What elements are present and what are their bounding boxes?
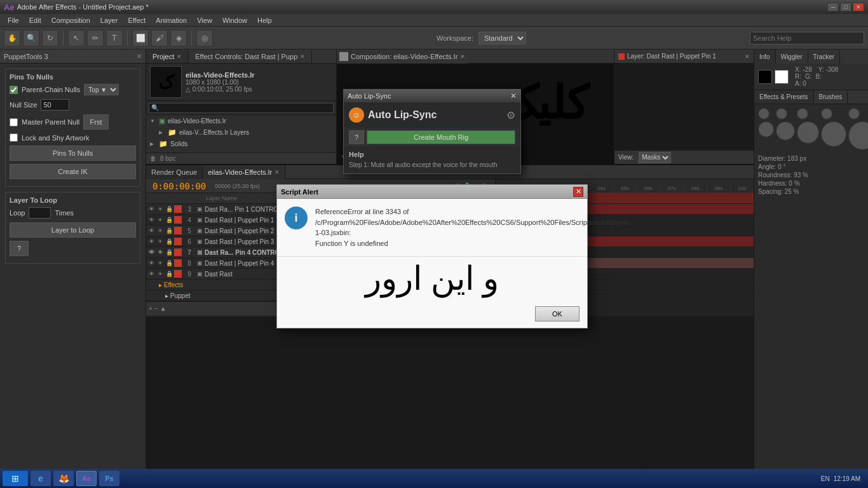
panel-close-btn[interactable]: ✕ (137, 53, 142, 60)
solo-icon-5[interactable]: ☀ (156, 227, 164, 234)
layer-name-9[interactable]: Dast Rast (205, 271, 481, 278)
tool-brush[interactable]: 🖌 (151, 30, 168, 46)
tool-shape[interactable]: ⬜ (132, 30, 149, 46)
menu-effect[interactable]: Effect (123, 15, 151, 25)
layer-name-6[interactable]: Dast Rast | Puppet Pin 3 (205, 238, 494, 245)
question-btn[interactable]: ? (10, 241, 29, 256)
eye-icon-4[interactable]: 👁 (147, 216, 155, 224)
tl-icon-eye[interactable]: 👁 (455, 182, 461, 189)
menu-file[interactable]: File (3, 15, 24, 25)
solo-icon-3[interactable]: ☀ (156, 205, 164, 213)
menu-animation[interactable]: Animation (151, 15, 192, 25)
layer-name-3[interactable]: Dast Ra... Pin 1 CONTROL (205, 206, 494, 213)
tl-icon-settings[interactable]: ⚙ (481, 182, 487, 189)
brush-3[interactable] (797, 108, 808, 119)
tool-stamp[interactable]: ◈ (170, 30, 187, 46)
lock-icon-6[interactable]: 🔒 (165, 238, 173, 245)
loop-input[interactable] (29, 207, 51, 219)
first-btn[interactable]: Frst (83, 114, 109, 130)
titlebar-controls[interactable]: ─ □ ✕ (827, 3, 864, 11)
tab-info[interactable]: Info (754, 50, 776, 64)
layer-to-loop-btn[interactable]: Layer to Loop (10, 222, 136, 238)
tab-project[interactable]: Project ✕ (146, 50, 189, 63)
tool-pen[interactable]: ✏ (87, 30, 104, 46)
solo-icon-4[interactable]: ☀ (156, 216, 164, 224)
menu-composition[interactable]: Composition (46, 15, 95, 25)
tool-magnify[interactable]: 🔍 (23, 30, 39, 46)
brush-5[interactable] (848, 108, 860, 119)
reset-btn[interactable]: Reset (467, 292, 484, 299)
parent-chain-checkbox[interactable] (10, 86, 18, 94)
taskbar-firefox[interactable]: 🦊 (53, 471, 74, 486)
layer-panel-close[interactable]: ✕ (745, 53, 750, 60)
brush-10[interactable] (848, 121, 868, 150)
lock-icon-7[interactable]: 🔒 (165, 248, 173, 256)
top-dropdown[interactable]: Top ▼ (84, 84, 119, 95)
tl-icon-lock[interactable]: 🔒 (463, 182, 471, 189)
lock-icon-5[interactable]: 🔒 (165, 227, 173, 234)
tool-text[interactable]: T (106, 30, 123, 46)
layer-name-5[interactable]: Dast Rast | Puppet Pin 2 (205, 227, 484, 234)
autolip-close-btn[interactable]: ✕ (510, 92, 517, 100)
view-select[interactable]: Masks (639, 152, 671, 163)
brush-9[interactable] (821, 121, 846, 147)
menu-view[interactable]: View (192, 15, 217, 25)
proj-item-2[interactable]: ▶ 📁 Solids (146, 138, 336, 149)
proj-item-0[interactable]: ▼ ▣ eilas-Video-Effects.Ir (146, 115, 336, 126)
tl-btn-add[interactable]: + (149, 305, 153, 312)
menu-help[interactable]: Help (252, 15, 277, 25)
render-queue-tab[interactable]: Render Queue (146, 165, 203, 179)
taskbar-ie[interactable]: e (31, 471, 51, 486)
brush-1[interactable] (758, 108, 770, 119)
brush-2[interactable] (776, 108, 787, 119)
search-input[interactable] (750, 32, 864, 44)
taskbar-ps[interactable]: Ps (99, 471, 119, 486)
solo-icon-7[interactable]: ☀ (156, 248, 164, 256)
brushes-tab[interactable]: Brushes (814, 90, 848, 104)
null-size-input[interactable] (41, 99, 69, 111)
brush-8[interactable] (797, 121, 819, 144)
eye-icon-7[interactable]: 👁 (147, 248, 155, 256)
maximize-btn[interactable]: □ (840, 3, 851, 11)
eye-icon-3[interactable]: 👁 (147, 205, 155, 213)
eye-icon-8[interactable]: 👁 (147, 259, 155, 267)
comp-timeline-tab[interactable]: eilas-Video-Effects.Ir ✕ (203, 165, 285, 179)
project-search-input[interactable] (149, 103, 334, 113)
lock-icon-4[interactable]: 🔒 (165, 216, 173, 224)
menu-edit[interactable]: Edit (24, 15, 46, 25)
eye-icon-5[interactable]: 👁 (147, 227, 155, 234)
brush-4[interactable] (821, 108, 832, 119)
effect-tab-close[interactable]: ✕ (300, 53, 305, 60)
tab-wiggler[interactable]: Wiggler (776, 50, 808, 64)
workspace-select[interactable]: Standard (478, 32, 526, 44)
master-parent-checkbox[interactable] (10, 118, 18, 126)
lock-shy-checkbox[interactable] (10, 133, 18, 142)
pins-to-nulls-btn[interactable]: Pins To Nulls (10, 146, 136, 161)
proj-item-1[interactable]: ▶ 📁 eilas-V...Effects.Ir Layers (146, 126, 336, 138)
tool-puppet[interactable]: ◎ (196, 30, 213, 46)
start-btn[interactable]: ⊞ (3, 471, 28, 486)
brush-7[interactable] (776, 121, 795, 140)
comp-tab-close[interactable]: ✕ (460, 53, 465, 60)
tab-effect-controls[interactable]: Effect Controls: Dast Rast | Pupp ✕ (189, 50, 312, 63)
tool-hand[interactable]: ✋ (4, 30, 20, 46)
brush-6[interactable] (758, 121, 774, 137)
taskbar-ae[interactable]: Ae (76, 471, 97, 486)
solo-icon-8[interactable]: ☀ (156, 259, 164, 267)
tl-icon-tag[interactable]: 🏷 (473, 182, 479, 189)
tool-select[interactable]: ↖ (68, 30, 85, 46)
project-tab-close[interactable]: ✕ (177, 53, 182, 60)
layer-name-8[interactable]: Dast Rast | Puppet Pin 4 (205, 260, 494, 267)
solo-icon-9[interactable]: ☀ (156, 270, 164, 278)
layer-name-7[interactable]: Dast Ra... Pin 4 CONTROLLER (205, 249, 489, 256)
puppet-options[interactable]: ⋯ (486, 292, 492, 299)
close-btn[interactable]: ✕ (853, 3, 864, 11)
create-ik-btn[interactable]: Create IK (10, 164, 136, 179)
comp-tl-close[interactable]: ✕ (275, 169, 280, 175)
minimize-btn[interactable]: ─ (827, 3, 839, 11)
tl-icon-add[interactable]: + (489, 182, 492, 189)
menu-window[interactable]: Window (217, 15, 252, 25)
layer-name-4[interactable]: Dast Rast | Puppet Pin 1 (205, 217, 494, 224)
lock-icon-8[interactable]: 🔒 (165, 259, 173, 267)
tl-btn-subtract[interactable]: − (154, 305, 158, 312)
